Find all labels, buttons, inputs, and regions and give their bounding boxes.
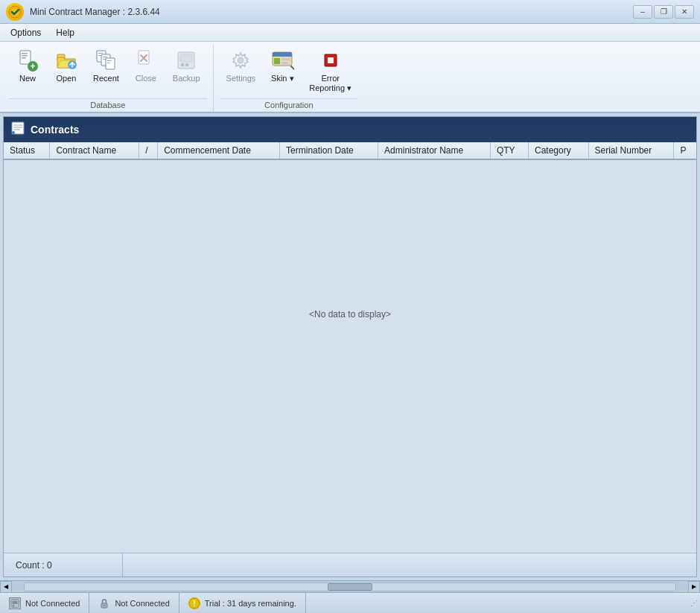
menu-options[interactable]: Options [3,26,48,39]
contracts-header: Contracts [4,117,696,142]
scrollbar-track[interactable] [24,582,676,591]
close-ribbon-button: Close [127,45,165,87]
backup-icon [174,48,198,72]
close-button[interactable]: ✕ [675,5,694,19]
bottom-status-bar: Not Connected Not Connected ! Trial : 31… [0,592,700,613]
svg-rect-17 [106,58,115,69]
new-label: New [19,74,36,83]
svg-point-27 [238,57,244,63]
col-commencement-date: Commencement Date [158,142,280,159]
configuration-buttons: Settings S [220,45,359,97]
svg-rect-42 [13,600,18,603]
error-reporting-label: ErrorReporting ▾ [309,74,351,93]
ribbon: + New [0,42,700,113]
open-button[interactable]: Open [48,45,85,87]
backup-label: Backup [173,74,200,83]
minimize-button[interactable]: – [633,5,652,19]
open-label: Open [57,74,77,83]
title-bar-left: Mini Contract Manager : 2.3.6.44 [6,3,160,21]
status-center: Not Connected [89,593,179,613]
app-title: Mini Contract Manager : 2.3.6.44 [30,7,160,17]
svg-rect-33 [281,62,287,64]
title-bar: Mini Contract Manager : 2.3.6.44 – ❒ ✕ [0,0,700,24]
svg-rect-12 [98,53,103,54]
app-icon [6,3,24,21]
error-reporting-icon [319,48,343,72]
contracts-panel: Contracts Status Contract Name / Commenc… [3,116,697,577]
col-serial-number: Serial Number [588,142,674,159]
svg-rect-32 [281,58,290,60]
scroll-right-arrow[interactable]: ▶ [688,581,700,593]
status-left: Not Connected [0,593,89,613]
status-center-text: Not Connected [115,599,169,608]
svg-text:+: + [30,61,35,72]
svg-rect-19 [107,63,110,63]
lock-icon [98,597,110,609]
contracts-icon [11,121,25,138]
svg-rect-43 [13,604,15,606]
contracts-table: Status Contract Name / Commencement Date… [4,142,696,469]
status-right: ! Trial : 31 days remaining. [179,593,306,613]
col-status: Status [4,142,50,159]
resize-grip[interactable]: ⋰ [688,597,700,609]
recent-button[interactable]: Recent [86,45,126,87]
db-icon-left [9,597,21,609]
col-qty: QTY [490,142,528,159]
menu-help[interactable]: Help [48,26,82,39]
open-icon [54,48,78,72]
new-icon: + [16,48,39,72]
svg-point-45 [104,605,105,606]
skin-button[interactable]: Skin ▾ [264,45,301,87]
scroll-left-arrow[interactable]: ◀ [0,581,12,593]
count-bar: Count : 0 [4,553,696,577]
contracts-title: Contracts [31,124,79,136]
svg-rect-35 [328,57,334,63]
error-reporting-button[interactable]: ErrorReporting ▾ [302,45,358,97]
col-contract-name: Contract Name [50,142,139,159]
scrollbar-thumb[interactable] [328,583,372,591]
svg-rect-26 [185,63,188,66]
configuration-group-label: Configuration [220,98,359,112]
restore-button[interactable]: ❒ [654,5,673,19]
table-header: Status Contract Name / Commencement Date… [4,142,696,159]
contracts-table-wrapper[interactable]: Status Contract Name / Commencement Date… [4,142,696,553]
svg-rect-3 [22,53,28,54]
database-buttons: + New [9,45,207,97]
window-controls: – ❒ ✕ [633,5,694,19]
recent-icon [94,48,118,72]
ribbon-group-database: + New [3,45,214,112]
close-ribbon-label: Close [136,74,156,83]
close-ribbon-icon [134,48,158,72]
status-right-text: Trial : 31 days remaining. [205,599,296,608]
menu-bar: Options Help [0,24,700,42]
svg-rect-31 [274,58,280,64]
horizontal-scrollbar[interactable]: ◀ ▶ [0,580,700,592]
skin-icon [270,48,294,72]
warning-icon: ! [188,597,200,609]
svg-rect-30 [273,54,292,57]
col-separator: / [139,142,158,159]
svg-text:!: ! [193,600,195,608]
ribbon-group-configuration: Settings S [214,45,365,112]
count-label: Count : 0 [4,553,123,577]
settings-label: Settings [226,74,256,83]
svg-rect-25 [181,63,184,66]
settings-button: Settings [220,45,263,87]
svg-point-0 [9,6,21,18]
ribbon-content: + New [0,42,700,112]
database-group-label: Database [9,98,207,112]
table-body: <No data to display> [4,159,696,469]
svg-rect-4 [22,55,28,57]
svg-rect-18 [107,60,112,61]
skin-label: Skin ▾ [271,74,293,83]
col-p: P [674,142,696,159]
settings-icon [229,48,252,72]
svg-rect-15 [103,57,107,57]
col-category: Category [529,142,589,159]
no-data-row: <No data to display> [4,159,696,469]
new-button[interactable]: + New [9,45,46,87]
col-administrator-name: Administrator Name [378,142,491,159]
svg-point-40 [12,131,15,134]
no-data-cell: <No data to display> [4,159,696,469]
svg-rect-24 [180,54,192,62]
